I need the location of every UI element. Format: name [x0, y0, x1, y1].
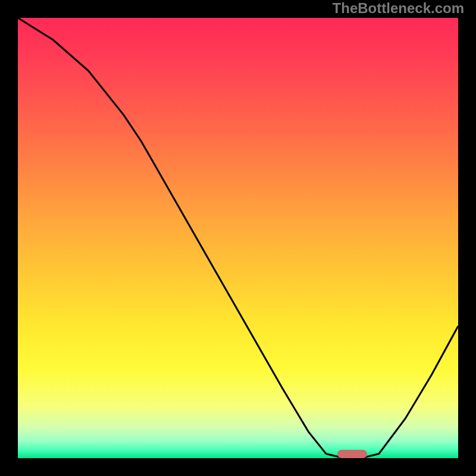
watermark-text: TheBottleneck.com: [333, 1, 464, 15]
plot-area: [18, 18, 458, 458]
chart-frame: TheBottleneck.com: [0, 0, 476, 476]
line-curve: [18, 18, 458, 458]
curve-path: [18, 18, 458, 458]
highlight-marker: [337, 450, 367, 458]
